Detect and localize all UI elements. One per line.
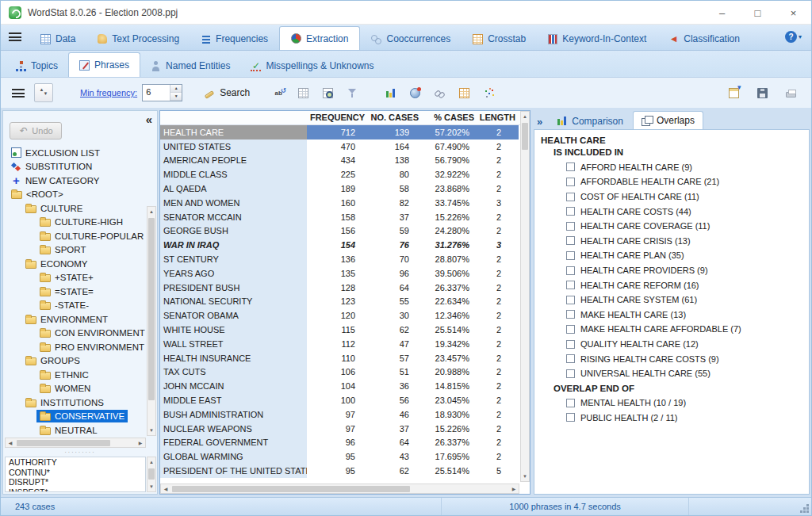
close-button[interactable]: ×	[776, 1, 811, 25]
tree-item-groups[interactable]: GROUPS	[5, 354, 147, 369]
bar-chart-button[interactable]	[381, 83, 400, 102]
table-row[interactable]: UNITED STATES47016467.490%2	[160, 140, 519, 154]
table-row[interactable]: FEDERAL GOVERNMENT966426.337%2	[160, 436, 519, 450]
tree-item-conservative[interactable]: CONSERVATIVE	[5, 410, 147, 424]
checkbox[interactable]	[566, 207, 575, 216]
table-horizontal-scrollbar[interactable]: ◀ ▶	[160, 484, 519, 494]
table-row[interactable]: GEORGE BUSH1565924.280%2	[160, 224, 519, 239]
tab-misspellings-unknowns[interactable]: ✓Misspellings & Unknowns	[240, 55, 384, 77]
tree-item-state[interactable]: +STATE+	[5, 271, 147, 285]
overlap-item[interactable]: HEALTH CARE REFORM (16)	[541, 277, 802, 292]
scroll-down-icon[interactable]: ▼	[149, 426, 154, 435]
tab-phrases[interactable]: Phrases	[68, 52, 140, 77]
search-grid-button[interactable]	[318, 83, 337, 102]
tab-crosstab[interactable]: Crosstab	[462, 28, 537, 50]
minimize-button[interactable]: –	[704, 1, 740, 25]
overlap-item[interactable]: RISING HEALTH CARE COSTS (9)	[541, 351, 802, 366]
tree-item-institutions[interactable]: INSTITUTIONS	[5, 396, 147, 410]
save-floppy-button[interactable]	[753, 83, 772, 102]
table-row[interactable]: TAX CUTS1065120.988%2	[160, 365, 519, 380]
table-row[interactable]: WHITE HOUSE1156225.514%2	[160, 323, 519, 337]
column-header-cases[interactable]: % CASES	[422, 111, 477, 124]
table-row[interactable]: MIDDLE CLASS2258032.922%2	[160, 167, 519, 182]
resize-grip-icon[interactable]	[806, 510, 809, 513]
checkbox[interactable]	[566, 325, 575, 334]
chain-links-button[interactable]	[430, 83, 449, 102]
table-row[interactable]: WAR IN IRAQ1547631.276%3	[160, 238, 519, 252]
overlap-item[interactable]: HEALTH CARE COSTS (44)	[541, 204, 802, 219]
overlap-item[interactable]: COST OF HEALTH CARE (11)	[541, 189, 802, 204]
checkbox[interactable]	[566, 296, 575, 304]
globe-pin-button[interactable]	[405, 83, 424, 102]
checkbox[interactable]	[566, 413, 575, 422]
column-header-no-cases[interactable]: NO. CASES	[368, 111, 422, 124]
scroll-up-icon[interactable]: ▲	[523, 112, 527, 121]
checkbox[interactable]	[566, 310, 575, 319]
tab-extraction[interactable]: Extraction	[279, 26, 360, 50]
overlap-item[interactable]: MAKE HEALTH CARE (13)	[541, 308, 802, 323]
table-row[interactable]: YEARS AGO1359639.506%2	[160, 266, 519, 281]
table-row[interactable]: SENATOR OBAMA1203012.346%2	[160, 308, 519, 323]
tab-overlaps[interactable]: Overlaps	[633, 111, 703, 129]
tree-item-new-category[interactable]: +NEW CATEGORY	[5, 174, 147, 188]
undo-button[interactable]: ↶ Undo	[10, 122, 62, 140]
checkbox[interactable]	[566, 162, 575, 171]
scroll-right-icon[interactable]: ▶	[509, 486, 519, 491]
overlap-item[interactable]: HEALTH CARE CRISIS (13)	[541, 234, 802, 249]
scroll-thumb[interactable]	[172, 486, 410, 492]
table-row[interactable]: WALL STREET1124719.342%2	[160, 337, 519, 351]
checkbox[interactable]	[566, 222, 575, 231]
table-row[interactable]: ST CENTURY1367028.807%2	[160, 252, 519, 266]
table-row[interactable]: PRESIDENT OF THE UNITED STATE956225.514%…	[160, 464, 519, 478]
tree-item-con-environment[interactable]: CON ENVIRONMENT	[5, 327, 147, 341]
toolbar-menu-button[interactable]	[9, 83, 28, 102]
panel-splitter[interactable]: ·········	[3, 449, 157, 456]
checkbox[interactable]	[566, 251, 575, 260]
grid-plain-button[interactable]	[293, 83, 312, 102]
scroll-right-icon[interactable]: ▶	[136, 440, 145, 445]
tab-cooccurrences[interactable]: Cooccurrences	[360, 28, 462, 50]
tab-keyword-in-context[interactable]: Keyword-In-Context	[537, 28, 657, 50]
printer-button[interactable]	[781, 83, 800, 102]
scroll-down-icon[interactable]: ▼	[523, 472, 527, 481]
table-row[interactable]: BUSH ADMINISTRATION974618.930%2	[160, 407, 519, 422]
table-row[interactable]: MEN AND WOMEN1608233.745%3	[160, 196, 519, 210]
table-row[interactable]: NATIONAL SECURITY1235522.634%2	[160, 295, 519, 309]
checkbox[interactable]	[566, 178, 575, 186]
tree-item-state[interactable]: =STATE=	[5, 285, 147, 299]
scroll-thumb[interactable]	[17, 440, 110, 446]
scroll-thumb[interactable]	[148, 468, 155, 480]
tree-item-substitution[interactable]: SUBSTITUTION	[5, 160, 147, 174]
checkbox[interactable]	[566, 354, 575, 363]
overlap-item[interactable]: HEALTH CARE COVERAGE (11)	[541, 219, 802, 234]
tree-item-environment[interactable]: ENVIRONMENT	[5, 312, 147, 327]
help-button[interactable]: ? ▾	[785, 24, 805, 50]
checkbox[interactable]	[566, 369, 575, 378]
overlap-item[interactable]: MENTAL HEALTH (10 / 19)	[541, 396, 802, 411]
min-frequency-label[interactable]: Min frequency:	[80, 88, 137, 97]
collapse-sidebar-button[interactable]: «	[146, 113, 152, 126]
table-row[interactable]: SENATOR MCCAIN1583715.226%2	[160, 210, 519, 224]
checkbox[interactable]	[566, 340, 575, 349]
scroll-left-icon[interactable]: ◀	[6, 440, 15, 445]
tree-item-culture-high[interactable]: CULTURE-HIGH	[5, 216, 147, 230]
scroll-left-icon[interactable]: ◀	[161, 486, 170, 491]
tree-item-neutral[interactable]: NEUTRAL	[5, 423, 147, 438]
min-frequency-input[interactable]: 6	[143, 85, 170, 101]
overlap-item[interactable]: UNIVERSAL HEALTH CARE (55)	[541, 366, 802, 381]
grid-orange-button[interactable]	[454, 83, 473, 102]
tab-frequencies[interactable]: Frequencies	[190, 28, 279, 50]
checkbox[interactable]	[566, 236, 575, 245]
abc-rotate-button[interactable]: ab	[269, 83, 288, 102]
checkbox[interactable]	[566, 193, 575, 201]
table-row[interactable]: AL QAEDA1895823.868%2	[160, 182, 519, 196]
overlap-item[interactable]: PUBLIC HEALTH (2 / 11)	[541, 411, 802, 426]
tree-item-state[interactable]: -STATE-	[5, 299, 147, 313]
checkbox[interactable]	[566, 399, 575, 407]
scroll-up-icon[interactable]: ▲	[149, 207, 154, 216]
table-row[interactable]: NUCLEAR WEAPONS973715.226%2	[160, 422, 519, 436]
tab-text-processing[interactable]: Text Processing	[86, 28, 190, 50]
tree-item-economy[interactable]: ECONOMY	[5, 257, 147, 271]
column-header-frequency[interactable]: FREQUENCY	[307, 111, 368, 124]
scroll-down-icon[interactable]: ▼	[149, 482, 154, 491]
